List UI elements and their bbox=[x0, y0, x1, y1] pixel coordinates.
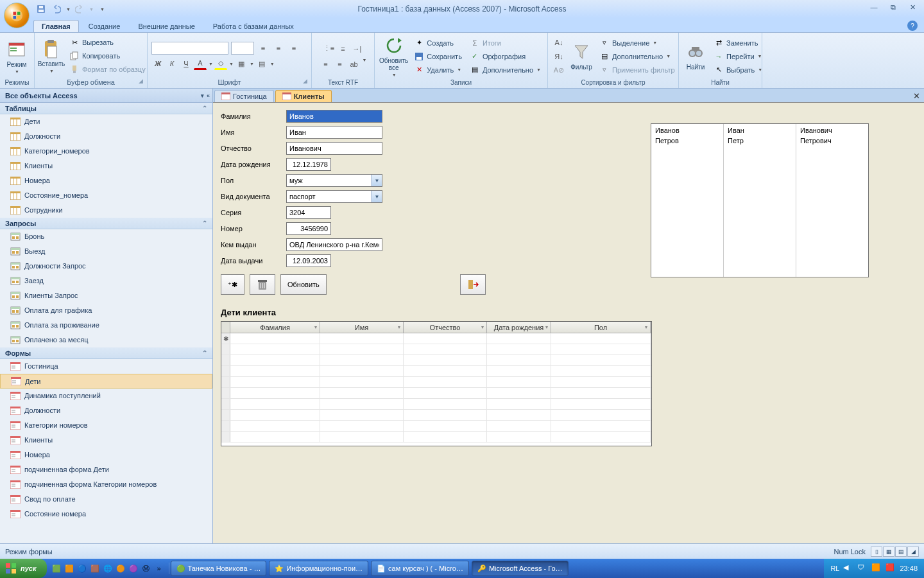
nav-item[interactable]: Номера bbox=[0, 448, 212, 462]
ql-icon[interactable]: 🟧 bbox=[64, 563, 75, 574]
nav-item[interactable]: Должности bbox=[0, 403, 212, 418]
numbering-icon[interactable]: ≡ bbox=[337, 42, 350, 55]
italic-button[interactable]: К bbox=[166, 57, 178, 70]
taskbar-task[interactable]: 🟢Танечка Новикова - … bbox=[171, 561, 267, 576]
close-form-button[interactable] bbox=[460, 274, 486, 295]
find-button[interactable]: Найти bbox=[683, 40, 708, 72]
qat-undo-icon[interactable] bbox=[50, 3, 63, 15]
input-surname[interactable] bbox=[286, 110, 382, 123]
totals-button[interactable]: ΣИтоги bbox=[467, 37, 543, 49]
input-series[interactable] bbox=[286, 206, 331, 219]
start-button[interactable]: пуск bbox=[0, 559, 47, 578]
help-icon[interactable]: ? bbox=[907, 21, 918, 31]
delete-record-button[interactable] bbox=[250, 274, 275, 295]
col-sex[interactable]: Пол bbox=[551, 322, 651, 333]
form-view-icon[interactable]: ▯ bbox=[871, 547, 882, 557]
taskbar-task[interactable]: ⭐Информационно-пои… bbox=[269, 561, 368, 576]
input-issdate[interactable] bbox=[286, 254, 331, 267]
nav-item[interactable]: Клиенты bbox=[0, 433, 212, 448]
gridlines-icon[interactable]: ▦ bbox=[235, 57, 248, 70]
nav-item[interactable]: Дети bbox=[0, 374, 212, 389]
table-row[interactable] bbox=[221, 377, 651, 388]
list-cell[interactable]: Иванов bbox=[655, 127, 719, 137]
nav-item[interactable]: Категории_номеров bbox=[0, 144, 212, 159]
col-surname[interactable]: Фамилия bbox=[230, 322, 320, 333]
qat-redo-dropdown-icon[interactable]: ▼ bbox=[89, 7, 94, 12]
input-name[interactable] bbox=[286, 126, 382, 139]
input-patronymic[interactable] bbox=[286, 142, 382, 155]
qat-customize-icon[interactable]: ▼ bbox=[100, 7, 105, 12]
decrease-indent-icon[interactable]: ≡ bbox=[320, 58, 332, 71]
highlight-icon[interactable]: ab bbox=[348, 58, 361, 71]
nav-item[interactable]: Состояние_номера bbox=[0, 188, 212, 203]
nav-item[interactable]: Гостиница bbox=[0, 359, 212, 374]
underline-button[interactable]: Ч bbox=[180, 57, 193, 70]
nav-item[interactable]: Состояние номера bbox=[0, 507, 212, 521]
nav-item[interactable]: Должности bbox=[0, 129, 212, 144]
qat-undo-dropdown-icon[interactable]: ▼ bbox=[66, 7, 71, 12]
fill-color-icon[interactable]: ◇ bbox=[214, 57, 227, 70]
selection-filter-button[interactable]: ▿Выделение▼ bbox=[597, 37, 678, 49]
save-record-button[interactable]: Сохранить bbox=[411, 50, 465, 63]
font-color-icon[interactable]: A bbox=[194, 57, 207, 70]
nav-collapse-icon[interactable]: « bbox=[207, 92, 210, 99]
nav-item[interactable]: Динамика поступлений bbox=[0, 389, 212, 403]
cut-button[interactable]: ✂Вырезать bbox=[67, 36, 148, 49]
nav-item[interactable]: Дети bbox=[0, 114, 212, 129]
table-row[interactable] bbox=[221, 388, 651, 399]
table-row[interactable] bbox=[221, 432, 651, 442]
chevron-down-icon[interactable]: ▼ bbox=[372, 191, 382, 202]
nav-dropdown-icon[interactable]: ▾ bbox=[201, 92, 204, 99]
doc-tab-hotel[interactable]: Гостиница bbox=[214, 90, 274, 102]
nav-pane-header[interactable]: Все объекты Access ▾« bbox=[0, 89, 212, 103]
clock[interactable]: 23:48 bbox=[900, 565, 918, 572]
sort-asc-icon[interactable]: A↓ bbox=[552, 36, 566, 49]
layout-view-icon[interactable]: ▤ bbox=[895, 547, 907, 557]
table-row[interactable] bbox=[221, 355, 651, 366]
more-records-button[interactable]: ▤Дополнительно▼ bbox=[467, 64, 543, 76]
tab-home[interactable]: Главная bbox=[33, 20, 79, 32]
tray-icon[interactable]: 🟧 bbox=[871, 563, 882, 574]
clear-sort-icon[interactable]: A⊘ bbox=[552, 64, 566, 77]
datasheet-view-icon[interactable]: ▦ bbox=[883, 547, 894, 557]
tray-icon[interactable]: ◀ bbox=[843, 563, 853, 574]
clients-listbox[interactable]: ИвановПетров ИванПетр ИвановичПетрович bbox=[651, 123, 869, 277]
sort-desc-icon[interactable]: Я↓ bbox=[552, 50, 566, 63]
nav-item[interactable]: Свод по оплате bbox=[0, 492, 212, 507]
col-dob[interactable]: Дата рождения bbox=[487, 322, 551, 333]
chevron-down-icon[interactable]: ▼ bbox=[372, 175, 382, 186]
table-row[interactable] bbox=[221, 366, 651, 377]
ql-chevron-icon[interactable]: » bbox=[153, 563, 165, 574]
replace-button[interactable]: ⇄Заменить bbox=[711, 37, 765, 49]
nav-item[interactable]: Оплата для графика bbox=[0, 303, 212, 318]
spelling-button[interactable]: ✓Орфография bbox=[467, 50, 543, 63]
tab-database-tools[interactable]: Работа с базами данных bbox=[205, 20, 302, 32]
ql-icon[interactable]: 🌐 bbox=[102, 563, 114, 574]
taskbar-task[interactable]: 📄сам курсач ) ( - Micro… bbox=[371, 561, 469, 576]
filter-button[interactable]: Фильтр bbox=[569, 40, 594, 72]
language-indicator[interactable]: RL bbox=[830, 565, 839, 572]
nav-item[interactable]: Сотрудники bbox=[0, 203, 212, 218]
taskbar-task[interactable]: 🔑Microsoft Access - Го… bbox=[472, 561, 569, 576]
advanced-filter-button[interactable]: ▤Дополнительно▼ bbox=[597, 50, 678, 63]
table-row[interactable] bbox=[221, 421, 651, 432]
list-cell[interactable]: Иван bbox=[728, 127, 792, 137]
add-record-button[interactable]: ⁺✱ bbox=[221, 274, 244, 295]
nav-item[interactable]: Выезд bbox=[0, 244, 212, 259]
list-cell[interactable]: Иванович bbox=[800, 127, 864, 137]
nav-category-tables[interactable]: Таблицы bbox=[0, 103, 212, 114]
align-center-icon[interactable]: ≡ bbox=[272, 42, 285, 55]
ql-icon[interactable]: 🟠 bbox=[115, 563, 126, 574]
close-tab-icon[interactable]: ✕ bbox=[913, 91, 920, 101]
new-record-button[interactable]: ✦Создать bbox=[411, 37, 465, 49]
tray-icon[interactable]: 🟥 bbox=[886, 563, 896, 574]
restore-button[interactable]: ⧉ bbox=[886, 1, 901, 13]
view-button[interactable]: Режим ▼ bbox=[4, 38, 30, 75]
nav-item[interactable]: Заезд bbox=[0, 274, 212, 288]
nav-item[interactable]: Оплачено за месяц bbox=[0, 333, 212, 347]
align-left-icon[interactable]: ≡ bbox=[257, 42, 270, 55]
nav-item[interactable]: Клиенты Запрос bbox=[0, 288, 212, 303]
font-size-combo[interactable] bbox=[231, 42, 254, 55]
input-issued[interactable] bbox=[286, 238, 382, 251]
doc-tab-clients[interactable]: Клиенты bbox=[275, 90, 332, 102]
